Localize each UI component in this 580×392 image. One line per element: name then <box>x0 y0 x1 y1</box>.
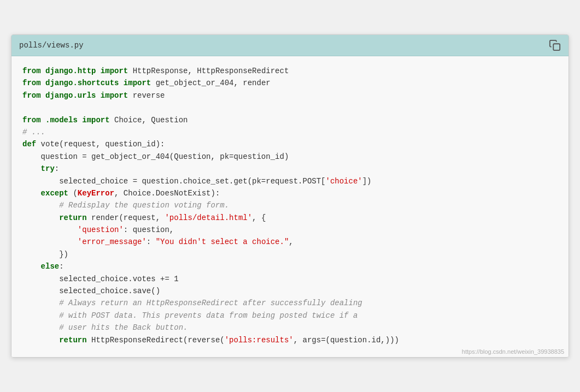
code-header: polls/views.py <box>11 35 569 56</box>
code-body: from django.http import HttpResponse, Ht… <box>11 56 569 357</box>
copy-icon[interactable] <box>549 39 561 51</box>
svg-rect-0 <box>553 44 560 50</box>
url-watermark: https://blog.csdn.net/weixin_39938835 <box>462 348 564 355</box>
code-pre: from django.http import HttpResponse, Ht… <box>22 65 558 346</box>
code-container: polls/views.py from django.http import H… <box>11 34 569 358</box>
file-title: polls/views.py <box>19 41 84 50</box>
